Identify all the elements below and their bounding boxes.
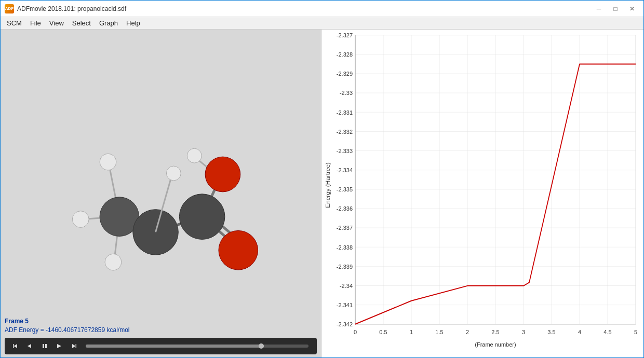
menu-graph[interactable]: Graph [95,18,122,28]
svg-marker-22 [14,344,18,348]
svg-text:-2.33: -2.33 [340,90,353,96]
svg-point-15 [100,154,116,170]
menu-view[interactable]: View [45,18,68,28]
svg-text:-2.338: -2.338 [337,244,353,250]
pause-button[interactable] [38,340,51,352]
svg-text:-2.333: -2.333 [337,147,353,154]
svg-text:(Frame number): (Frame number) [475,341,516,347]
svg-text:-2.342: -2.342 [337,321,353,327]
svg-text:1.5: 1.5 [435,329,443,335]
svg-text:2: 2 [466,329,469,335]
svg-text:0: 0 [354,329,357,335]
svg-text:-2.337: -2.337 [337,225,353,231]
energy-label: ADF Energy = -1460.406717672859 kcal/mol [5,326,130,335]
svg-text:0.5: 0.5 [379,329,387,335]
svg-text:2.5: 2.5 [491,329,499,335]
first-frame-button[interactable] [9,340,22,352]
prev-icon [26,342,34,350]
svg-point-12 [179,194,225,240]
svg-text:-2.329: -2.329 [337,71,353,77]
graph-panel: Energy ▶ [321,30,643,357]
svg-text:-2.341: -2.341 [337,302,353,308]
svg-rect-24 [43,344,44,348]
play-icon [56,342,63,350]
window-title: ADFmovie 2018.101: propanoicacid.sdf [17,5,592,12]
svg-text:-2.34: -2.34 [340,282,353,288]
menu-scm[interactable]: SCM [3,18,26,28]
menu-help[interactable]: Help [122,18,144,28]
svg-text:3: 3 [522,329,525,335]
molecule-panel: Frame 5 ADF Energy = -1460.406717672859 … [1,30,321,357]
first-icon [12,342,19,350]
svg-text:4.5: 4.5 [603,329,611,335]
frame-label: Frame 5 [5,317,130,326]
svg-text:1: 1 [410,329,413,335]
progress-handle [259,343,264,349]
svg-text:-2.339: -2.339 [337,263,353,269]
status-bar: Frame 5 ADF Energy = -1460.406717672859 … [5,317,130,335]
svg-marker-27 [72,344,76,348]
svg-text:3.5: 3.5 [547,329,555,335]
app-icon: ADF [5,4,14,13]
svg-text:-2.332: -2.332 [337,128,353,134]
svg-rect-25 [45,344,47,348]
svg-marker-23 [28,344,31,348]
svg-point-20 [166,166,181,181]
molecule-canvas [1,30,321,316]
svg-marker-26 [57,344,61,348]
svg-marker-21 [13,344,14,348]
svg-point-18 [187,148,202,163]
main-content: Frame 5 ADF Energy = -1460.406717672859 … [1,30,643,357]
molecule-svg [1,30,321,316]
main-window: ADF ADFmovie 2018.101: propanoicacid.sdf… [0,0,644,358]
menu-select[interactable]: Select [68,18,95,28]
last-frame-button[interactable] [67,340,81,352]
svg-text:-2.334: -2.334 [337,167,353,173]
svg-text:-2.335: -2.335 [337,186,353,192]
menu-bar: SCM File View Select Graph Help [1,17,643,30]
svg-text:-2.331: -2.331 [337,109,353,115]
svg-text:-2.327: -2.327 [337,32,353,38]
last-icon [70,342,77,350]
svg-text:5: 5 [634,329,637,335]
maximize-button[interactable]: □ [608,3,623,15]
menu-file[interactable]: File [26,18,45,28]
svg-point-16 [72,211,89,228]
playback-controls [5,338,317,354]
svg-point-14 [205,157,240,192]
pause-icon [41,342,48,350]
svg-text:4: 4 [578,329,581,335]
svg-text:-2.328: -2.328 [337,51,353,58]
close-button[interactable]: ✕ [625,3,639,15]
svg-marker-28 [76,344,77,348]
graph-area: Energy ▶ [321,30,643,357]
svg-point-17 [105,254,122,270]
title-bar: ADF ADFmovie 2018.101: propanoicacid.sdf… [1,1,643,17]
progress-bar[interactable] [86,345,308,348]
svg-point-13 [219,230,258,270]
prev-frame-button[interactable] [23,340,37,352]
minimize-button[interactable]: ─ [592,3,606,15]
window-controls: ─ □ ✕ [592,3,639,15]
svg-text:-2.336: -2.336 [337,205,353,212]
svg-text:Energy (Hartree): Energy (Hartree) [325,162,331,208]
svg-rect-0 [1,46,321,299]
graph-svg: -2.327 -2.328 -2.329 -2.33 -2.331 -2.332… [321,30,643,357]
progress-fill [86,345,264,348]
play-button[interactable] [52,340,66,352]
